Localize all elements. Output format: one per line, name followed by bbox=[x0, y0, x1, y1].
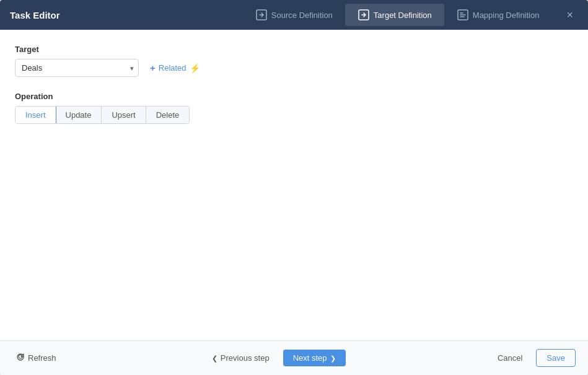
target-select[interactable]: Deals Contacts Accounts Leads bbox=[15, 59, 139, 77]
step-target[interactable]: Target Definition bbox=[345, 4, 444, 26]
close-button[interactable]: × bbox=[561, 7, 578, 23]
mapping-step-label: Mapping Definition bbox=[473, 11, 540, 20]
modal-title: Task Editor bbox=[10, 10, 60, 20]
previous-step-button[interactable]: Previous step bbox=[204, 350, 277, 366]
target-label: Target bbox=[15, 45, 573, 54]
refresh-button[interactable]: Refresh bbox=[12, 350, 60, 366]
step-source[interactable]: Source Definition bbox=[243, 4, 345, 26]
modal-header: Task Editor Source Definition bbox=[0, 0, 588, 30]
delete-button[interactable]: Delete bbox=[146, 107, 190, 123]
operation-label: Operation bbox=[15, 92, 573, 101]
update-button[interactable]: Update bbox=[56, 107, 102, 123]
footer-left: Refresh bbox=[12, 350, 60, 366]
target-row: Deals Contacts Accounts Leads ▾ + Relate… bbox=[15, 59, 573, 77]
modal-footer: Refresh Previous step Next step Cancel S… bbox=[0, 340, 588, 375]
chevron-right-icon bbox=[330, 353, 336, 363]
upsert-button[interactable]: Upsert bbox=[102, 107, 146, 123]
source-step-icon bbox=[255, 9, 268, 21]
target-step-icon bbox=[358, 9, 370, 21]
refresh-label: Refresh bbox=[28, 353, 56, 363]
refresh-icon bbox=[16, 353, 25, 363]
prev-label: Previous step bbox=[221, 353, 270, 363]
operation-section: Operation Insert Update Upsert Delete bbox=[15, 92, 573, 124]
modal-content: Target Deals Contacts Accounts Leads ▾ +… bbox=[0, 30, 588, 340]
target-step-label: Target Definition bbox=[374, 11, 432, 20]
next-step-button[interactable]: Next step bbox=[283, 350, 346, 366]
target-select-wrapper: Deals Contacts Accounts Leads ▾ bbox=[15, 59, 139, 77]
source-step-label: Source Definition bbox=[271, 11, 333, 20]
insert-button[interactable]: Insert bbox=[15, 106, 56, 124]
footer-right: Cancel Save bbox=[490, 349, 576, 367]
mapping-step-icon bbox=[457, 9, 469, 21]
related-button[interactable]: + Related ⚡ bbox=[146, 60, 204, 76]
footer-center: Previous step Next step bbox=[204, 350, 346, 366]
steps-nav: Source Definition Target Definition bbox=[243, 4, 552, 26]
chevron-left-icon bbox=[212, 353, 217, 363]
lightning-icon: ⚡ bbox=[190, 63, 200, 73]
save-button[interactable]: Save bbox=[536, 349, 576, 367]
related-label: Related bbox=[159, 63, 186, 73]
plus-icon: + bbox=[150, 63, 156, 73]
cancel-button[interactable]: Cancel bbox=[490, 350, 530, 366]
next-label: Next step bbox=[293, 353, 327, 363]
task-editor-modal: Task Editor Source Definition bbox=[0, 0, 588, 375]
step-mapping[interactable]: Mapping Definition bbox=[444, 4, 552, 26]
operation-buttons: Insert Update Upsert Delete bbox=[15, 106, 190, 124]
